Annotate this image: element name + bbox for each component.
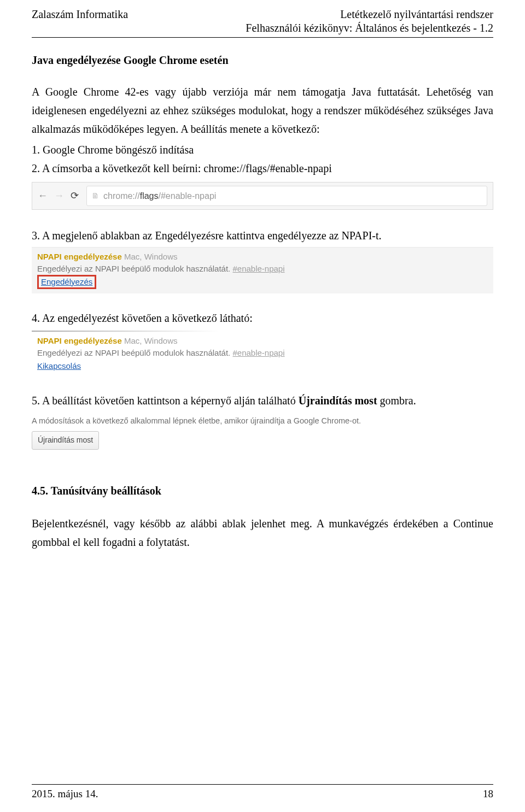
npapi-enable-panel: NPAPI engedélyezése Mac, Windows Engedél… bbox=[32, 247, 493, 293]
reload-icon[interactable]: ⟳ bbox=[71, 187, 79, 204]
restart-panel: A módosítások a következő alkalommal lép… bbox=[32, 414, 493, 449]
npapi-platforms: Mac, Windows bbox=[124, 252, 178, 261]
restart-now-button[interactable]: Újraindítás most bbox=[32, 431, 99, 450]
intro-paragraph: A Google Chrome 42-es vagy újabb verziój… bbox=[32, 83, 493, 138]
footer-divider bbox=[32, 784, 493, 785]
npapi-hash: #enable-npapi bbox=[232, 264, 284, 273]
enable-highlight-box: Engedélyezés bbox=[37, 275, 96, 290]
step-2: 2. A címsorba a következőt kell beírni: … bbox=[32, 159, 493, 178]
footer-page-number: 18 bbox=[483, 788, 493, 800]
header-divider bbox=[32, 37, 493, 38]
step-3: 3. A megjelenő ablakban az Engedélyezésr… bbox=[32, 226, 493, 245]
back-icon[interactable]: ← bbox=[38, 187, 48, 204]
url-rest: /#enable-npapi bbox=[158, 191, 216, 201]
footer-date: 2015. május 14. bbox=[32, 788, 98, 800]
url-host: flags bbox=[140, 191, 159, 201]
npapi-disable-panel: NPAPI engedélyezése Mac, Windows Engedél… bbox=[32, 332, 493, 376]
closing-paragraph: Bejelentkezésnél, vagy később az alábbi … bbox=[32, 514, 493, 551]
page-icon: 🗎 bbox=[91, 190, 99, 203]
disable-link[interactable]: Kikapcsolás bbox=[37, 360, 81, 372]
chrome-address-bar: ← → ⟳ 🗎 chrome://flags/#enable-npapi bbox=[32, 182, 493, 210]
npapi-hash-2: #enable-npapi bbox=[232, 348, 284, 357]
step-1: 1. Google Chrome böngésző indítása bbox=[32, 140, 493, 159]
npapi-desc-2: Engedélyezi az NPAPI beépülő modulok has… bbox=[37, 348, 230, 357]
header-right-line2: Felhasználói kézikönyv: Általános és bej… bbox=[246, 21, 493, 35]
omnibox[interactable]: 🗎 chrome://flags/#enable-npapi bbox=[86, 186, 487, 206]
header-right-line1: Letétkezelő nyilvántartási rendszer bbox=[246, 8, 493, 21]
url-scheme: chrome:// bbox=[103, 191, 140, 201]
npapi-platforms-2: Mac, Windows bbox=[124, 336, 178, 345]
npapi-title: NPAPI engedélyezése bbox=[37, 252, 122, 261]
restart-note: A módosítások a következő alkalommal lép… bbox=[32, 414, 493, 428]
npapi-title-2: NPAPI engedélyezése bbox=[37, 336, 122, 345]
step-5: 5. A beállítást követően kattintson a ké… bbox=[32, 391, 493, 410]
enable-link[interactable]: Engedélyezés bbox=[41, 278, 92, 287]
section-title: Java engedélyezése Google Chrome esetén bbox=[32, 51, 493, 69]
header-left: Zalaszám Informatika bbox=[32, 8, 128, 35]
npapi-desc: Engedélyezi az NPAPI beépülő modulok has… bbox=[37, 264, 230, 273]
restart-now-emphasis: Újraindítás most bbox=[299, 395, 377, 407]
subheading-4-5: 4.5. Tanúsítvány beállítások bbox=[32, 481, 493, 500]
step-4: 4. Az engedélyezést követően a következő… bbox=[32, 309, 493, 327]
forward-icon[interactable]: → bbox=[54, 187, 64, 204]
